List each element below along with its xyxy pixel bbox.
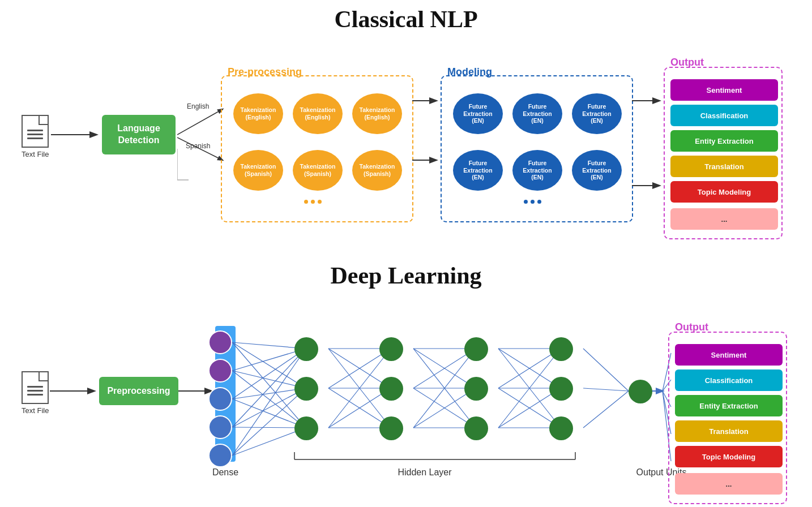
arrow-file-to-lang xyxy=(51,126,102,143)
deep-learning-title: Deep Learning xyxy=(330,263,481,289)
hidden4-node-1 xyxy=(549,337,573,361)
output-topic-1: Topic Modeling xyxy=(670,181,778,203)
file-icon-1 xyxy=(22,115,49,148)
oval-spanish-2: Takenization(Spanish) xyxy=(293,150,343,191)
file-line xyxy=(27,390,43,392)
output-dl-topic: Topic Modeling xyxy=(675,446,783,467)
arrow-pre-to-model-bottom xyxy=(412,152,441,169)
output-single-node xyxy=(629,380,652,403)
hidden3-node-1 xyxy=(464,337,488,361)
text-file-label-1: Text File xyxy=(22,150,49,158)
output-sentiment-1: Sentiment xyxy=(670,79,778,101)
preprocessing-dots xyxy=(304,200,322,204)
svg-line-21 xyxy=(232,388,306,427)
input-node-5 xyxy=(208,444,232,467)
hidden3-node-3 xyxy=(464,416,488,440)
spanish-label: Spanish xyxy=(186,142,210,150)
output-box-classical: Output Sentiment Classification Entity E… xyxy=(664,67,783,239)
preprocessing-label: Pre-processing xyxy=(228,66,302,78)
output-dl-sentiment: Sentiment xyxy=(675,344,783,366)
arrow-lang-third xyxy=(177,149,194,183)
hidden3-node-2 xyxy=(464,377,488,401)
text-file-1: Text File xyxy=(22,115,49,158)
svg-line-55 xyxy=(583,391,629,428)
arrow-pre-to-model-top xyxy=(412,92,441,109)
dot xyxy=(531,200,535,204)
output-more-1: ... xyxy=(670,208,778,230)
arrow-model-to-output-bottom xyxy=(632,177,663,194)
output-classification-1: Classification xyxy=(670,105,778,126)
hidden2-node-2 xyxy=(379,377,403,401)
hidden-layer-label: Hidden Layer xyxy=(374,467,476,478)
dot xyxy=(311,200,315,204)
file-icon-2 xyxy=(22,371,49,404)
dot xyxy=(524,200,528,204)
svg-line-16 xyxy=(232,371,306,428)
modeling-box: Modeling FutureExtraction(EN) FutureExtr… xyxy=(441,75,633,222)
preprocessing-box-label: Preprocessing xyxy=(107,386,170,396)
english-label: English xyxy=(187,102,209,110)
file-lines-1 xyxy=(27,130,43,139)
lang-detect-label: Language Detection xyxy=(117,123,160,147)
oval-future-es-2: FutureExtraction(EN) xyxy=(512,150,562,191)
input-node-3 xyxy=(208,387,232,411)
file-line xyxy=(27,138,43,139)
output-dl-classification: Classification xyxy=(675,369,783,391)
svg-line-24 xyxy=(232,388,306,456)
text-file-2: Text File xyxy=(22,371,49,415)
classical-nlp-diagram: Text File Language Detection English Spa… xyxy=(11,36,801,262)
svg-line-53 xyxy=(583,349,629,391)
arrow-dl-file-to-pre xyxy=(50,383,98,399)
output-label-2: Output xyxy=(675,321,708,333)
oval-english-2: Takenization(English) xyxy=(293,93,343,134)
output-dl-entity: Entity Extraction xyxy=(675,395,783,416)
oval-future-es-3: FutureExtraction(EN) xyxy=(572,150,622,191)
file-line xyxy=(27,386,43,388)
oval-future-en-2: FutureExtraction(EN) xyxy=(512,93,562,134)
input-node-4 xyxy=(208,415,232,439)
hidden4-node-2 xyxy=(549,377,573,401)
oval-future-en-3: FutureExtraction(EN) xyxy=(572,93,622,134)
dot xyxy=(304,200,308,204)
preprocessing-box: Pre-processing Takenization(English) Tak… xyxy=(221,75,413,222)
modeling-label: Modeling xyxy=(447,66,492,78)
oval-english-3: Takenization(English) xyxy=(352,93,402,134)
deep-learning-diagram: Text File Preprocessing Dense xyxy=(11,298,801,507)
deep-learning-title-container: Deep Learning xyxy=(11,262,801,289)
output-label-1: Output xyxy=(670,57,704,68)
hidden1-node-2 xyxy=(294,377,318,401)
output-dl-more: ... xyxy=(675,473,783,495)
oval-future-es-1: FutureExtraction(EN) xyxy=(453,150,503,191)
dot xyxy=(537,200,541,204)
output-translation-1: Translation xyxy=(670,156,778,177)
oval-spanish-3: Takenization(Spanish) xyxy=(352,150,402,191)
hidden-layer-bracket xyxy=(293,449,576,466)
file-line xyxy=(27,130,43,131)
classical-nlp-title: Classical NLP xyxy=(334,6,477,32)
modeling-dots xyxy=(524,200,541,204)
hidden4-node-3 xyxy=(549,416,573,440)
hidden1-node-1 xyxy=(294,337,318,361)
dense-label: Dense xyxy=(208,467,242,478)
text-file-label-2: Text File xyxy=(22,406,49,415)
input-node-1 xyxy=(208,330,232,354)
hidden2-node-3 xyxy=(379,416,403,440)
svg-line-54 xyxy=(583,388,629,391)
dot xyxy=(318,200,322,204)
output-box-dl: Output Sentiment Classification Entity E… xyxy=(668,332,787,504)
input-node-2 xyxy=(208,359,232,383)
language-detection-box: Language Detection xyxy=(102,115,176,154)
arrow-model-to-output-top xyxy=(632,92,663,109)
svg-line-1 xyxy=(177,109,223,135)
main-container: Classical NLP Text File Language Detecti… xyxy=(0,0,812,507)
oval-spanish-1: Takenization(Spanish) xyxy=(233,150,283,191)
hidden1-node-3 xyxy=(294,416,318,440)
preprocessing-green-box: Preprocessing xyxy=(99,377,178,405)
output-entity-1: Entity Extraction xyxy=(670,130,778,152)
classical-title-container: Classical NLP xyxy=(11,6,801,33)
file-line xyxy=(27,134,43,135)
svg-line-23 xyxy=(232,349,306,456)
oval-future-en-1: FutureExtraction(EN) xyxy=(453,93,503,134)
output-dl-translation: Translation xyxy=(675,420,783,442)
oval-english-1: Takenization(English) xyxy=(233,93,283,134)
